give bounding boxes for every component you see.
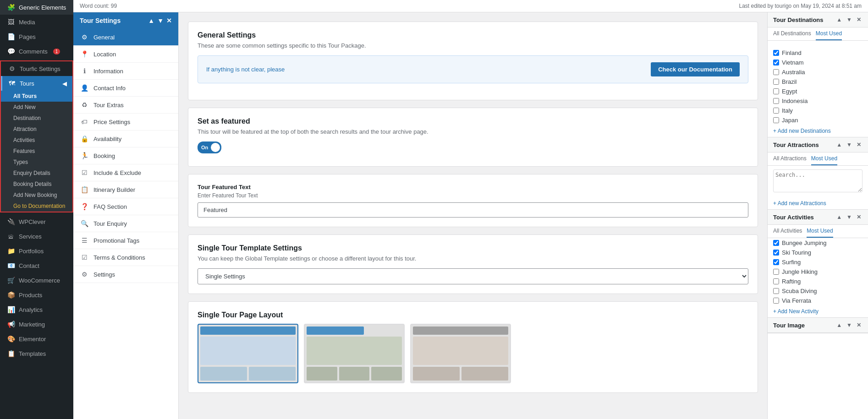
sidebar-item-activities[interactable]: Activities xyxy=(1,135,72,146)
activ-surfing-cb[interactable] xyxy=(773,259,779,265)
attr-tab-most-used[interactable]: Most Used xyxy=(811,152,837,165)
dest-japan[interactable]: Japan xyxy=(773,115,863,125)
tour-nav-tour-extras[interactable]: ♻ Tour Extras xyxy=(73,97,178,114)
tour-nav-faq-section[interactable]: ❓ FAQ Section xyxy=(73,198,178,215)
tour-nav-promotional-tags[interactable]: ☰ Promotional Tags xyxy=(73,232,178,249)
sidebar-item-go-to-documentation[interactable]: Go to Documentation xyxy=(1,201,72,212)
tour-nav-location[interactable]: 📍 Location xyxy=(73,46,178,63)
check-docs-button[interactable]: Check our Documentation xyxy=(651,62,740,76)
activ-tab-most-used[interactable]: Most Used xyxy=(807,225,833,238)
activ-rafting[interactable]: Rafting xyxy=(773,277,863,286)
layout-thumb-1[interactable] xyxy=(304,324,405,383)
sidebar-item-comments[interactable]: 💬 Comments 1 xyxy=(0,44,73,59)
dest-vietnam[interactable]: Vietnam xyxy=(773,58,863,67)
dest-finland-cb[interactable] xyxy=(773,50,779,56)
tour-nav-settings[interactable]: ⚙ Settings xyxy=(73,266,178,283)
sidebar-item-enquiry-details[interactable]: Enquiry Details xyxy=(1,168,72,179)
dest-tab-all[interactable]: All Destinations xyxy=(773,27,811,40)
sidebar-item-wpclever[interactable]: 🔌 WPClever xyxy=(0,214,73,229)
tour-nav-information[interactable]: ℹ Information xyxy=(73,63,178,80)
sidebar-item-contact[interactable]: 📧 Contact xyxy=(0,258,73,273)
img-up-btn[interactable]: ▲ xyxy=(835,321,843,329)
sidebar-item-tours[interactable]: 🗺 Tours ◀ xyxy=(1,76,72,91)
dest-australia-cb[interactable] xyxy=(773,69,779,75)
collapse-up-btn[interactable]: ▲ xyxy=(148,17,154,24)
dest-egypt[interactable]: Egypt xyxy=(773,87,863,96)
sidebar-item-destination[interactable]: Destination xyxy=(1,113,72,124)
sidebar-item-products[interactable]: 📦 Products xyxy=(0,288,73,302)
attr-up-btn[interactable]: ▲ xyxy=(835,141,843,148)
attr-down-btn[interactable]: ▼ xyxy=(845,141,853,148)
single-tour-template-select[interactable]: Single Settings xyxy=(198,268,748,284)
sidebar-item-services[interactable]: 🛎 Services xyxy=(0,229,73,244)
layout-thumb-2[interactable] xyxy=(410,324,511,383)
tour-nav-price-settings[interactable]: 🏷 Price Settings xyxy=(73,114,178,131)
img-down-btn[interactable]: ▼ xyxy=(845,321,853,329)
dest-close-btn[interactable]: ✕ xyxy=(855,16,863,23)
activ-jungle[interactable]: Jungle Hiking xyxy=(773,267,863,277)
tour-nav-availability[interactable]: 🔒 Availability xyxy=(73,131,178,147)
activ-bungee-cb[interactable] xyxy=(773,240,779,246)
collapse-down-btn[interactable]: ▼ xyxy=(157,17,164,24)
sidebar-item-elementor[interactable]: 🎨 Elementor xyxy=(0,332,73,346)
sidebar-item-portfolios[interactable]: 📁 Portfolios xyxy=(0,244,73,258)
attractions-search-input[interactable] xyxy=(773,169,863,192)
sidebar-item-add-new-booking[interactable]: Add New Booking xyxy=(1,190,72,201)
sidebar-item-marketing[interactable]: 📢 Marketing xyxy=(0,317,73,332)
activ-jungle-cb[interactable] xyxy=(773,269,779,275)
dest-egypt-cb[interactable] xyxy=(773,88,779,94)
activ-tab-all[interactable]: All Activities xyxy=(773,225,802,238)
tour-nav-contact-info[interactable]: 👤 Contact Info xyxy=(73,80,178,97)
sidebar-item-add-new[interactable]: Add New xyxy=(1,102,72,113)
tour-nav-general[interactable]: ⚙ General xyxy=(73,29,178,46)
sidebar-item-analytics[interactable]: 📊 Analytics xyxy=(0,302,73,317)
dest-japan-cb[interactable] xyxy=(773,117,779,123)
add-new-attractions-link[interactable]: + Add new Attractions xyxy=(768,197,868,209)
dest-brazil-cb[interactable] xyxy=(773,79,779,85)
sidebar-item-booking-details[interactable]: Booking Details xyxy=(1,179,72,190)
dest-italy-cb[interactable] xyxy=(773,108,779,114)
sidebar-item-templates[interactable]: 📋 Templates xyxy=(0,346,73,361)
sidebar-item-types[interactable]: Types xyxy=(1,157,72,168)
activ-bungee[interactable]: Bungee Jumping xyxy=(773,238,863,248)
sidebar-item-features[interactable]: Features xyxy=(1,146,72,157)
activ-up-btn[interactable]: ▲ xyxy=(835,213,843,221)
tour-nav-include-exclude[interactable]: ☑ Include & Exclude xyxy=(73,164,178,181)
featured-toggle[interactable]: On xyxy=(198,141,221,153)
activ-ski-cb[interactable] xyxy=(773,250,779,256)
tour-featured-text-input[interactable] xyxy=(198,202,748,218)
activ-surfing[interactable]: Surfing xyxy=(773,257,863,267)
dest-down-btn[interactable]: ▼ xyxy=(845,16,853,23)
tour-nav-booking[interactable]: 🏃 Booking xyxy=(73,147,178,164)
dest-indonesia-cb[interactable] xyxy=(773,98,779,104)
activ-scuba[interactable]: Scuba Diving xyxy=(773,286,863,296)
sidebar-item-generic-elements[interactable]: 🧩 Generic Elements xyxy=(0,0,73,15)
dest-italy[interactable]: Italy xyxy=(773,106,863,115)
dest-up-btn[interactable]: ▲ xyxy=(835,16,843,23)
dest-finland[interactable]: Finland xyxy=(773,48,863,58)
add-new-destinations-link[interactable]: + Add new Destinations xyxy=(768,125,868,137)
img-close-btn[interactable]: ✕ xyxy=(855,321,863,329)
sidebar-item-woocommerce[interactable]: 🛒 WooCommerce xyxy=(0,273,73,288)
dest-vietnam-cb[interactable] xyxy=(773,60,779,65)
tour-nav-terms-conditions[interactable]: ☑ Terms & Conditions xyxy=(73,249,178,266)
layout-thumb-0[interactable] xyxy=(198,324,298,383)
activ-via-ferrata[interactable]: Via Ferrata xyxy=(773,296,863,305)
sidebar-item-pages[interactable]: 📄 Pages xyxy=(0,29,73,44)
activ-scuba-cb[interactable] xyxy=(773,288,779,294)
attr-close-btn[interactable]: ✕ xyxy=(855,141,863,148)
sidebar-item-attraction[interactable]: Attraction xyxy=(1,124,72,135)
attr-tab-all[interactable]: All Attractions xyxy=(773,152,807,165)
activ-ski[interactable]: Ski Touring xyxy=(773,248,863,257)
close-btn[interactable]: ✕ xyxy=(166,17,172,24)
sidebar-item-tourfic-settings[interactable]: ⚙ Tourfic Settings xyxy=(1,61,72,76)
activ-close-btn[interactable]: ✕ xyxy=(855,213,863,221)
activ-rafting-cb[interactable] xyxy=(773,278,779,284)
dest-indonesia[interactable]: Indonesia xyxy=(773,96,863,106)
tour-nav-itinerary-builder[interactable]: 📋 Itinerary Builder xyxy=(73,181,178,198)
activ-down-btn[interactable]: ▼ xyxy=(845,213,853,221)
dest-tab-most-used[interactable]: Most Used xyxy=(816,27,842,40)
sidebar-item-media[interactable]: 🖼 Media xyxy=(0,15,73,29)
dest-brazil[interactable]: Brazil xyxy=(773,77,863,87)
sidebar-item-all-tours[interactable]: All Tours xyxy=(1,91,72,102)
